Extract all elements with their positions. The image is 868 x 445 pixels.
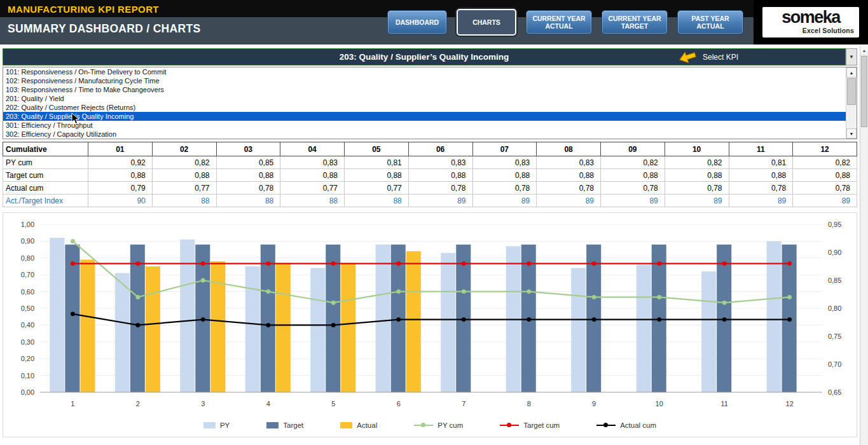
svg-text:0,40: 0,40	[21, 321, 34, 329]
scroll-down-icon[interactable]: ▼	[846, 128, 857, 139]
kpi-option[interactable]: 201: Quality / Yield	[3, 94, 857, 103]
table-cell: 0,82	[793, 156, 857, 169]
row-label: Act./Target Index	[3, 195, 88, 207]
table-header-cell: 05	[345, 142, 409, 156]
table-cell: 0,79	[88, 182, 153, 195]
kpi-option[interactable]: 102: Responsiveness / Manufacturing Cycl…	[3, 76, 857, 85]
svg-text:11: 11	[720, 400, 727, 407]
table-header-cell: 03	[216, 142, 280, 156]
nav-current-year-target[interactable]: CURRENT YEAR TARGET	[602, 10, 668, 34]
kpi-chart: 0,000,100,200,300,400,500,600,700,800,90…	[3, 212, 857, 437]
someka-logo: someka Excel Solutions	[762, 7, 859, 38]
svg-text:0,70: 0,70	[828, 360, 841, 368]
legend-item-target-cum: Target cum	[500, 421, 560, 429]
content: 203: Quality / Supplier’s Quality Incomi…	[1, 47, 858, 445]
table-cell: 0,88	[601, 169, 665, 182]
kpi-option[interactable]: 103: Responsiveness / Time to Make Chang…	[3, 85, 857, 94]
kpi-option[interactable]: 101: Responsiveness / On-Time Delivery t…	[3, 67, 857, 76]
legend-swatch-icon	[340, 422, 352, 428]
dropdown-scroll-thumb[interactable]	[847, 78, 856, 105]
legend-swatch-icon	[203, 422, 216, 428]
table-cell: 0,88	[537, 169, 601, 182]
table-cell: 89	[601, 195, 665, 207]
kpi-selected-label: 203: Quality / Supplier’s Quality Incomi…	[340, 52, 509, 62]
table-cell: 0,83	[472, 156, 537, 169]
table-cell: 0,77	[345, 182, 409, 195]
table-header-cell: 02	[152, 142, 216, 156]
table-cell: 0,78	[729, 182, 793, 195]
table-cell: 0,82	[152, 156, 216, 169]
window-scrollbar[interactable]: ▲	[860, 46, 868, 445]
table-cell: 89	[408, 195, 472, 207]
table-header-cell: 04	[280, 142, 345, 156]
select-kpi-hint: Select KPI	[678, 50, 738, 64]
legend-item-py-cum: PY cum	[414, 421, 463, 429]
legend-label: PY	[220, 421, 230, 429]
report-title: MANUFACTURING KPI REPORT	[8, 3, 200, 16]
legend-item-actual: Actual	[340, 421, 377, 429]
nav-current-year-actual[interactable]: CURRENT YEAR ACTUAL	[526, 10, 592, 34]
window-scroll-up-icon[interactable]: ▲	[860, 46, 868, 55]
chevron-down-icon: ▼	[849, 54, 854, 60]
legend-label: Actual	[357, 421, 377, 429]
table-cell: 0,81	[345, 156, 409, 169]
someka-brand: someka	[768, 8, 854, 27]
chart-plot-area: 0,000,100,200,300,400,500,600,700,800,90…	[4, 216, 855, 414]
svg-text:4: 4	[266, 400, 270, 407]
svg-text:5: 5	[331, 400, 335, 407]
table-cell: 0,88	[665, 169, 729, 182]
chart-legend: PYTargetActualPY cumTarget cumActual cum	[4, 414, 855, 437]
header-nav: DASHBOARDCHARTSCURRENT YEAR ACTUALCURREN…	[387, 0, 754, 44]
kpi-dropdown-items: 101: Responsiveness / On-Time Delivery t…	[3, 67, 857, 139]
kpi-selector-row: 203: Quality / Supplier’s Quality Incomi…	[3, 48, 857, 65]
table-cell: 0,77	[152, 182, 216, 195]
table-row: PY cum0,920,820,850,830,810,830,830,830,…	[3, 156, 857, 169]
legend-item-actual-cum: Actual cum	[596, 421, 656, 429]
svg-text:0,90: 0,90	[828, 249, 841, 256]
table-cell: 0,88	[280, 169, 345, 182]
svg-text:7: 7	[462, 400, 465, 407]
dropdown-scrollbar[interactable]: ▲ ▼	[846, 67, 857, 139]
table-header-cell: 01	[88, 142, 153, 156]
table-cell: 0,78	[408, 182, 472, 195]
table-cell: 0,85	[216, 156, 280, 169]
app-window: MANUFACTURING KPI REPORT SUMMARY DASHBOA…	[0, 0, 868, 445]
svg-text:2: 2	[136, 400, 140, 407]
svg-text:1: 1	[71, 400, 74, 407]
table-cell: 0,81	[729, 156, 793, 169]
select-kpi-arrow-icon	[676, 47, 698, 66]
nav-dashboard[interactable]: DASHBOARD	[387, 10, 447, 34]
kpi-dropdown-list: 101: Responsiveness / On-Time Delivery t…	[3, 67, 857, 139]
table-cell: 0,77	[280, 182, 345, 195]
legend-label: Target	[283, 421, 303, 429]
kpi-option[interactable]: 302: Efficiency / Capacity Utilization	[3, 130, 857, 139]
dropdown-scroll-track[interactable]	[846, 106, 857, 128]
scroll-up-icon[interactable]: ▲	[846, 67, 857, 78]
window-scroll-thumb[interactable]	[861, 56, 867, 127]
table-cell: 0,78	[216, 182, 280, 195]
kpi-option[interactable]: 203: Quality / Supplier’s Quality Incomi…	[3, 112, 857, 121]
table-cell: 88	[280, 195, 345, 207]
table-cell: 0,83	[408, 156, 472, 169]
table-cell: 89	[729, 195, 793, 207]
table-cell: 0,78	[472, 182, 537, 195]
kpi-option[interactable]: 301: Efficiency / Throughput	[3, 121, 857, 130]
table-header-cell: 09	[601, 142, 665, 156]
table-cell: 0,83	[280, 156, 345, 169]
table-cell: 89	[665, 195, 729, 207]
table-cell: 0,88	[345, 169, 409, 182]
legend-item-target: Target	[266, 421, 303, 429]
table-cell: 88	[152, 195, 216, 207]
legend-item-py: PY	[203, 421, 230, 429]
kpi-selector-bar[interactable]: 203: Quality / Supplier’s Quality Incomi…	[3, 48, 846, 65]
kpi-option[interactable]: 202: Quality / Customer Rejects (Returns…	[3, 103, 857, 112]
svg-text:0,85: 0,85	[828, 277, 841, 284]
legend-line-icon	[500, 425, 519, 427]
header-titles: MANUFACTURING KPI REPORT SUMMARY DASHBOA…	[0, 0, 200, 44]
table-header-cell: 06	[408, 142, 472, 156]
kpi-dropdown-button[interactable]: ▼	[846, 48, 857, 65]
nav-past-year-actual[interactable]: PAST YEAR ACTUAL	[677, 10, 743, 34]
nav-charts[interactable]: CHARTS	[457, 9, 516, 36]
table-cell: 0,78	[793, 182, 857, 195]
legend-line-icon	[596, 425, 616, 427]
